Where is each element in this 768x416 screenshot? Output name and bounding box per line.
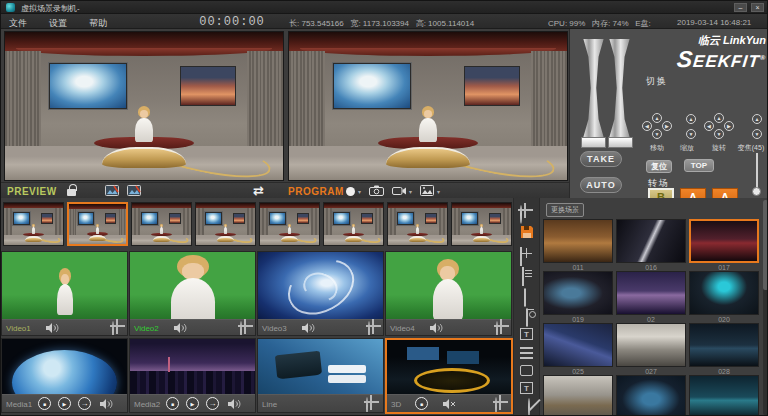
snapshot-camera-icon[interactable] <box>369 185 384 196</box>
text-tool-icon[interactable]: T <box>520 328 533 340</box>
media2-cell[interactable]: Media2 ■ ▶ → <box>129 338 256 413</box>
multiview-icon[interactable] <box>520 247 522 266</box>
media1-stop-button[interactable]: ■ <box>38 397 51 410</box>
shot-thumbnail-2[interactable] <box>67 202 128 246</box>
video3-cell[interactable]: Video3 <box>257 251 384 336</box>
rotate-down-button[interactable]: ▼ <box>714 129 724 139</box>
scene-tile-028[interactable]: 028 <box>689 323 759 375</box>
library-scrollbar-thumb[interactable] <box>763 200 768 290</box>
light-icon[interactable] <box>526 308 528 327</box>
t-bar-right[interactable] <box>608 39 631 137</box>
move-right-button[interactable]: ▶ <box>662 121 672 131</box>
rotate-up-button[interactable]: ▲ <box>714 113 724 123</box>
library-scrollbar[interactable] <box>763 200 768 415</box>
zoom-out-button[interactable]: ▼ <box>752 129 762 139</box>
record-video-icon[interactable] <box>392 186 407 196</box>
video1-speaker-icon[interactable] <box>46 323 59 333</box>
line-settings-gear-icon[interactable] <box>366 398 368 413</box>
video2-speaker-icon[interactable] <box>174 323 187 333</box>
media1-cell[interactable]: Media1 ■ ▶ → <box>1 338 128 413</box>
media2-play-button[interactable]: ▶ <box>186 397 199 410</box>
scale-up-button[interactable]: ▲ <box>686 114 696 124</box>
lock-icon[interactable] <box>67 189 76 196</box>
media1-next-button[interactable]: → <box>78 397 91 410</box>
frame-icon[interactable] <box>520 365 533 376</box>
background-edit-icon[interactable] <box>105 185 119 196</box>
transition-speed-slider-knob[interactable] <box>752 187 761 196</box>
news-anchor <box>418 108 437 142</box>
scene-tile-019[interactable]: 019 <box>543 271 613 323</box>
auto-button[interactable]: AUTO <box>580 177 622 193</box>
shot-thumbnail-6[interactable] <box>323 202 384 246</box>
shot-thumbnail-5[interactable] <box>259 202 320 246</box>
preview-monitor[interactable] <box>4 31 284 181</box>
t-bar-left[interactable] <box>582 39 605 137</box>
t-bar-handle-left[interactable] <box>581 137 606 148</box>
scene-tile-row4-3[interactable] <box>689 375 759 416</box>
video2-settings-gear-icon[interactable] <box>240 322 242 336</box>
save-icon[interactable] <box>520 225 534 239</box>
scene-tile-025[interactable]: 025 <box>543 323 613 375</box>
source-3d-cell[interactable]: 3D ■ <box>385 338 513 414</box>
swap-preview-program-icon[interactable]: ⇄ <box>253 183 264 198</box>
paint-icon[interactable] <box>528 398 530 416</box>
video1-cell[interactable]: Video1 <box>1 251 128 336</box>
image-caret-icon[interactable]: ▾ <box>437 188 440 195</box>
reset-button[interactable]: 复位 <box>646 160 672 173</box>
record-caret-icon[interactable]: ▾ <box>409 188 412 195</box>
change-scene-tab[interactable]: 更换场景 <box>546 203 584 217</box>
scene-tile-row4-2[interactable] <box>616 375 686 416</box>
zoom-in-button[interactable]: ▲ <box>752 114 762 124</box>
move-up-button[interactable]: ▲ <box>652 113 662 123</box>
rotate-right-button[interactable]: ▶ <box>724 121 734 131</box>
source-3d-muted-speaker-icon[interactable] <box>443 399 456 409</box>
scene-tile-011[interactable]: 011 <box>543 219 613 271</box>
playlist-icon[interactable] <box>522 267 524 286</box>
move-left-button[interactable]: ◀ <box>642 121 652 131</box>
top-button[interactable]: TOP <box>684 159 714 172</box>
media2-next-button[interactable]: → <box>206 397 219 410</box>
stream-caret-icon[interactable]: ▾ <box>358 188 361 195</box>
video3-speaker-icon[interactable] <box>302 323 315 333</box>
shot-thumbnail-4[interactable] <box>195 202 256 246</box>
scale-down-button[interactable]: ▼ <box>686 129 696 139</box>
shot-thumbnail-8[interactable] <box>451 202 512 246</box>
subtitle-tool-icon[interactable]: T <box>520 382 533 394</box>
media2-stop-button[interactable]: ■ <box>166 397 179 410</box>
t-bar-handle-right[interactable] <box>608 137 633 148</box>
layers-icon[interactable] <box>520 347 533 359</box>
scene-tile-017[interactable]: 017 <box>689 219 759 271</box>
rotate-left-button[interactable]: ◀ <box>704 121 714 131</box>
scene-tile-020[interactable]: 020 <box>689 271 759 323</box>
monitor-icon[interactable] <box>524 288 526 307</box>
minimize-button[interactable]: – <box>734 3 747 12</box>
close-button[interactable]: × <box>751 3 764 12</box>
media2-speaker-icon[interactable] <box>228 399 241 409</box>
stream-dot-icon[interactable] <box>346 187 355 196</box>
video3-settings-gear-icon[interactable] <box>368 322 370 336</box>
scene-tile-016[interactable]: 016 <box>616 219 686 271</box>
scene-tile-02[interactable]: 02 <box>616 271 686 323</box>
media1-speaker-icon[interactable] <box>100 399 113 409</box>
video2-cell[interactable]: Video2 <box>129 251 256 336</box>
settings-gear-icon[interactable] <box>520 206 522 224</box>
shot-thumbnail-7[interactable] <box>387 202 448 246</box>
line-cell[interactable]: Line <box>257 338 384 413</box>
shot-thumbnail-3[interactable] <box>131 202 192 246</box>
image-output-icon[interactable] <box>420 185 434 196</box>
brand-en: LinkYun <box>723 34 766 46</box>
source-3d-settings-gear-icon[interactable] <box>495 398 497 414</box>
video1-settings-gear-icon[interactable] <box>112 322 114 336</box>
scene-tile-027[interactable]: 027 <box>616 323 686 375</box>
source-3d-stop-button[interactable]: ■ <box>415 397 428 410</box>
scene-tile-row4-1[interactable] <box>543 375 613 416</box>
move-down-button[interactable]: ▼ <box>652 129 662 139</box>
take-button[interactable]: TAKE <box>580 151 622 167</box>
video4-settings-gear-icon[interactable] <box>496 322 498 336</box>
video4-cell[interactable]: Video4 <box>385 251 512 336</box>
media1-play-button[interactable]: ▶ <box>58 397 71 410</box>
foreground-edit-icon[interactable] <box>127 185 141 196</box>
video4-speaker-icon[interactable] <box>430 323 443 333</box>
program-monitor[interactable] <box>288 31 568 181</box>
shot-thumbnail-1[interactable] <box>3 202 64 246</box>
